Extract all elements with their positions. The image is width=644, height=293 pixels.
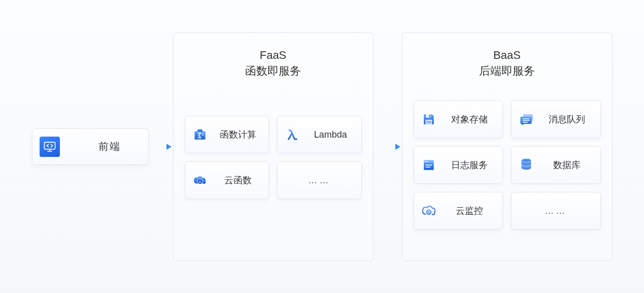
card-message-queue: 消息队列 [511, 101, 601, 138]
svg-rect-0 [44, 142, 55, 149]
card-label: 对象存储 [444, 113, 496, 125]
card-log-service: 日志服务 [414, 146, 503, 184]
card-label: 函数计算 [215, 128, 262, 141]
card-label: 日志服务 [444, 159, 496, 171]
svg-point-28 [428, 211, 429, 213]
arrow-icon [149, 142, 173, 152]
frontend-card: 前端 [32, 128, 149, 165]
faas-panel: FaaS 函数即服务 函数计算 [173, 32, 374, 261]
card-label: 数据库 [541, 159, 593, 171]
card-label: Lambda [307, 129, 354, 140]
card-label: 云监控 [444, 205, 496, 217]
svg-point-23 [426, 161, 427, 162]
database-icon [519, 157, 534, 173]
faas-grid: 函数计算 Lambda fx 云函数 …… [185, 116, 362, 199]
card-cloud-monitor: 云监控 [414, 192, 503, 230]
svg-rect-13 [425, 120, 432, 124]
sigma-icon [192, 127, 208, 142]
card-cloud-function: fx 云函数 [185, 161, 269, 199]
baas-title-line1: BaaS [479, 47, 535, 63]
card-function-compute: 函数计算 [185, 116, 269, 153]
card-object-storage: 对象存储 [414, 101, 503, 138]
cloud-monitor-icon [421, 203, 436, 218]
svg-text:fx: fx [198, 180, 201, 183]
baas-grid: 对象存储 消息队列 [414, 101, 601, 230]
card-ellipsis: …… [277, 161, 362, 199]
frontend-label: 前端 [78, 140, 141, 153]
baas-title: BaaS 后端即服务 [479, 47, 535, 80]
card-label: 消息队列 [541, 113, 593, 125]
arrow-icon [374, 142, 402, 152]
svg-point-22 [425, 161, 426, 162]
message-queue-icon [519, 112, 534, 127]
card-label: …… [285, 175, 354, 186]
faas-title-line1: FaaS [245, 47, 301, 63]
baas-title-line2: 后端即服务 [479, 63, 535, 79]
baas-panel: BaaS 后端即服务 对象存储 [402, 32, 613, 261]
faas-title-line2: 函数即服务 [245, 63, 301, 79]
log-icon [421, 157, 436, 173]
svg-rect-5 [197, 129, 202, 132]
card-label: 云函数 [215, 174, 262, 186]
code-monitor-icon [40, 137, 60, 157]
svg-rect-12 [429, 115, 430, 117]
card-database: 数据库 [511, 146, 601, 184]
cloud-fx-icon: fx [192, 173, 208, 188]
card-lambda: Lambda [277, 116, 362, 153]
faas-title: FaaS 函数即服务 [245, 47, 301, 80]
card-label: …… [519, 206, 593, 216]
card-ellipsis: …… [511, 192, 601, 230]
lambda-icon [285, 127, 300, 142]
save-icon [421, 112, 436, 127]
